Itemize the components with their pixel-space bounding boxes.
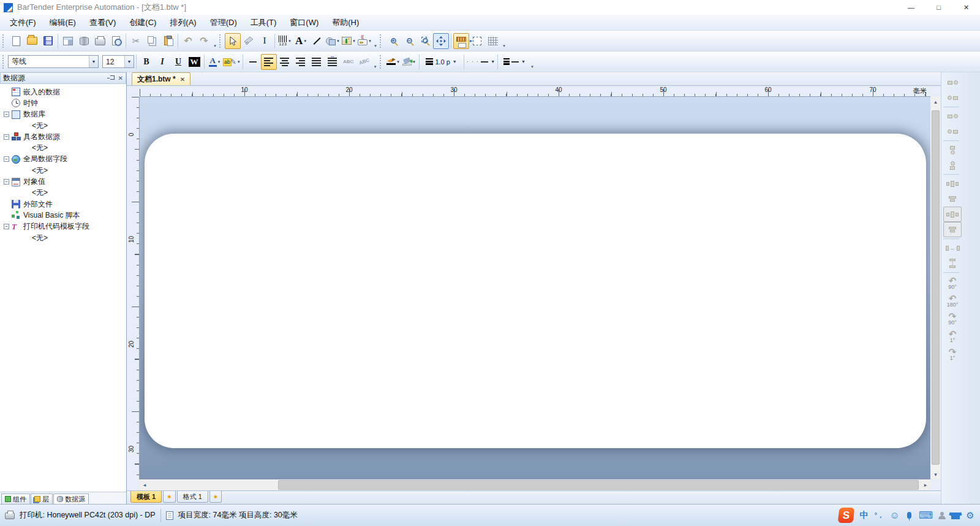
tree-item-none[interactable]: <无> [0, 142, 126, 153]
thesaurus-icon[interactable] [938, 512, 946, 519]
tree-item-none[interactable]: <无> [0, 232, 126, 243]
database-setup-button[interactable] [76, 33, 92, 49]
superscript-button[interactable]: ABC [341, 54, 356, 70]
line-tool-button[interactable] [309, 33, 325, 49]
compound-line-dropdown-arrow[interactable]: ▼ [521, 59, 526, 64]
italic-button[interactable]: I [154, 54, 170, 70]
copy-button[interactable] [144, 33, 160, 49]
barcode-tool-button[interactable]: 123 ▾ [277, 33, 293, 49]
barcode-dropdown-arrow[interactable]: ▾ [288, 39, 291, 44]
print-area-button[interactable] [469, 33, 485, 49]
collapse-icon[interactable]: − [4, 179, 9, 185]
scroll-down-arrow[interactable]: ▾ [930, 470, 941, 479]
rotate-right-1-button[interactable]: ↷1° [943, 347, 962, 361]
menu-tools[interactable]: 工具(T) [244, 15, 284, 31]
menu-view[interactable]: 查看(V) [83, 15, 123, 31]
sogou-ime-icon[interactable]: S [837, 508, 854, 523]
tab-layers[interactable]: 层 [31, 494, 53, 504]
tree-item-object-value[interactable]: −对象值 [0, 176, 126, 187]
encoder-dropdown-arrow[interactable]: ▾ [369, 39, 371, 44]
scroll-left-arrow[interactable]: ◂ [140, 482, 149, 488]
compound-line-select[interactable]: ▼ [500, 54, 529, 70]
center-in-label-horizontal-button[interactable] [943, 176, 962, 191]
inverse-button[interactable]: W [186, 54, 202, 70]
toggle-rulers-button[interactable] [453, 33, 469, 49]
highlight-dropdown-arrow[interactable]: ▾ [238, 59, 240, 64]
menu-file[interactable]: 文件(F) [3, 15, 43, 31]
encoder-tool-button[interactable]: ▾ [356, 33, 372, 49]
menu-arrange[interactable]: 排列(A) [163, 15, 203, 31]
image-dropdown-arrow[interactable]: ▾ [353, 39, 355, 44]
font-name-select[interactable]: 等线 ▼ [8, 55, 99, 68]
make-same-height-button[interactable]: ↕ [943, 256, 962, 271]
shape-tool-button[interactable]: ▾ [325, 33, 341, 49]
bold-button[interactable]: B [138, 54, 154, 70]
dash-style-select[interactable]: · · · ▼ [466, 54, 496, 70]
save-button[interactable] [40, 33, 56, 49]
zoom-in-button[interactable]: + [385, 33, 401, 49]
align-right-edges-button[interactable] [943, 90, 962, 105]
tab-data-sources[interactable]: 数据源 [53, 494, 89, 504]
tree-item-global-data-field[interactable]: −全局数据字段 [0, 154, 126, 165]
text-dropdown-arrow[interactable]: ▾ [304, 39, 306, 44]
vertical-scrollbar[interactable]: ▴ ▾ [930, 97, 941, 479]
paste-button[interactable] [160, 33, 176, 49]
rotate-right-90-button[interactable]: ↷90° [943, 311, 962, 326]
toolbar-overflow[interactable]: ▾ [372, 53, 379, 71]
tree-item-none[interactable]: <无> [0, 120, 126, 131]
collapse-icon[interactable]: − [4, 112, 9, 117]
page-setup-button[interactable] [60, 33, 76, 49]
tree-item-clock[interactable]: 时钟 [0, 97, 126, 109]
fit-in-window-button[interactable] [433, 33, 449, 49]
document-tab[interactable]: 文档1.btw * ✕ [132, 72, 190, 85]
line-color-dropdown-arrow[interactable]: ▾ [397, 59, 399, 64]
design-canvas[interactable] [140, 97, 930, 479]
redo-button[interactable]: ↷ [196, 33, 212, 49]
toggle-grid-button[interactable] [485, 33, 501, 49]
tree-item-embedded-data[interactable]: 嵌入的数据 [0, 86, 126, 97]
tree-item-none[interactable]: <无> [0, 188, 126, 199]
align-left-edges-button[interactable] [943, 75, 962, 90]
text-cursor-tool-button[interactable]: I [257, 33, 273, 49]
collapse-icon[interactable]: − [4, 224, 9, 229]
voice-input-icon[interactable] [907, 512, 911, 519]
ime-mode-icon[interactable]: 中 [859, 510, 869, 521]
toolbar-overflow[interactable]: ▾ [501, 32, 507, 50]
dash-style-dropdown-arrow[interactable]: ▼ [491, 59, 495, 64]
open-button[interactable] [24, 33, 40, 49]
tab-format-1[interactable]: 格式 1 [177, 491, 208, 503]
cut-button[interactable]: ✂ [128, 33, 144, 49]
document-tab-close-icon[interactable]: ✕ [180, 76, 185, 83]
close-button[interactable]: ✕ [952, 0, 980, 15]
minimize-button[interactable]: — [897, 0, 925, 15]
shape-dropdown-arrow[interactable]: ▾ [337, 39, 339, 44]
strikeout-button[interactable] [245, 54, 261, 70]
collapse-icon[interactable]: − [4, 134, 9, 140]
emoji-picker-icon[interactable]: ☺ [890, 510, 900, 521]
vertical-scroll-thumb[interactable] [932, 110, 940, 465]
tree-item-database[interactable]: −数据库 [0, 109, 126, 120]
line-weight-select[interactable]: 1.0 p ▼ [421, 54, 462, 70]
select-tool-button[interactable] [225, 33, 241, 49]
undo-button[interactable]: ↶ [180, 33, 196, 49]
tree-item-none[interactable]: <无> [0, 165, 126, 176]
line-color-button[interactable]: ▾ [385, 54, 401, 70]
align-right-button[interactable] [293, 54, 309, 70]
menu-edit[interactable]: 编辑(E) [43, 15, 83, 31]
line-weight-dropdown-arrow[interactable]: ▼ [453, 59, 457, 64]
fill-color-dropdown-arrow[interactable]: ▾ [413, 59, 415, 64]
font-color-dropdown-arrow[interactable]: ▾ [218, 59, 221, 64]
collapse-icon[interactable]: − [4, 156, 9, 162]
center-horizontal-template-button[interactable] [943, 207, 962, 222]
horizontal-scrollbar[interactable]: ◂ ▸ [140, 479, 930, 490]
menu-create[interactable]: 创建(C) [123, 15, 163, 31]
toolbar-overflow[interactable]: ▾ [372, 32, 379, 50]
soft-keyboard-icon[interactable]: ⌨ [919, 509, 933, 521]
skin-center-icon[interactable] [951, 513, 960, 519]
menu-manage[interactable]: 管理(D) [203, 15, 244, 31]
ime-punctuation-icon[interactable]: °， [875, 511, 884, 520]
scroll-right-arrow[interactable]: ▸ [921, 482, 930, 488]
align-left-button[interactable] [261, 54, 277, 70]
text-rotate-button[interactable]: ABC [356, 54, 372, 70]
tree-item-printer-code-template[interactable]: −T打印机代码模板字段 [0, 221, 126, 232]
